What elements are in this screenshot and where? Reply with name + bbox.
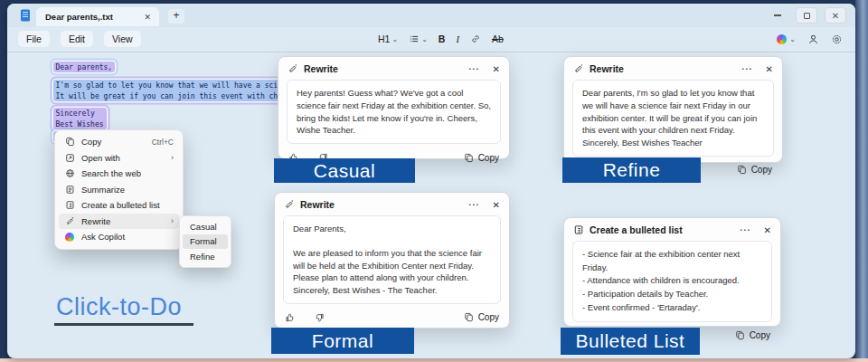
rewrite-pen-icon	[288, 63, 298, 74]
copilot-icon	[64, 233, 75, 242]
copy-icon	[735, 330, 745, 340]
chevron-down-icon: ⌄	[392, 35, 398, 43]
new-tab-button[interactable]: +	[168, 9, 184, 24]
chevron-right-icon: ›	[171, 216, 174, 225]
close-button[interactable]: ✕	[825, 7, 846, 24]
copy-button[interactable]: Copy	[464, 312, 499, 322]
formatting-toolbar: H1 ⌄ ⌄ B I Ab	[378, 31, 504, 47]
list-item: - Science fair at the exhibition center …	[582, 248, 762, 274]
copilot-dropdown[interactable]: ⌄	[777, 34, 796, 44]
bulleted-list-icon	[573, 224, 584, 235]
copy-icon	[464, 312, 474, 322]
notepad-app-icon	[20, 9, 31, 22]
copy-icon	[737, 165, 747, 175]
rewrite-result-text: Dear parents, I'm so glad to let you kno…	[572, 80, 774, 157]
close-icon: ✕	[832, 11, 839, 21]
settings-button[interactable]	[831, 33, 843, 45]
person-icon	[807, 33, 819, 45]
submenu-item-casual[interactable]: Casual	[183, 219, 228, 234]
link-icon	[470, 33, 481, 44]
more-options-icon[interactable]: ⋯	[468, 201, 479, 208]
heading-label: H1	[378, 33, 390, 44]
rewrite-pen-icon	[573, 63, 584, 74]
menu-item-bulleted-list[interactable]: Create a bulleted list	[59, 197, 179, 214]
copy-icon	[64, 137, 75, 147]
card-title: Rewrite	[590, 63, 624, 74]
open-with-icon	[64, 153, 75, 163]
maximize-icon	[804, 13, 810, 19]
frame-bottom-edge	[0, 358, 868, 362]
close-icon[interactable]: ✕	[766, 64, 773, 74]
titlebar: Dear parents,.txt ✕ + ✕	[7, 4, 855, 27]
menu-item-summarize[interactable]: Summarize	[59, 182, 179, 198]
tab-close-icon[interactable]: ✕	[141, 13, 154, 22]
submenu-item-formal[interactable]: Formal	[183, 234, 228, 250]
context-menu: Copy Ctrl+C Open with › Search the web S…	[54, 129, 184, 250]
heading-dropdown[interactable]: H1 ⌄	[378, 33, 398, 44]
copy-button[interactable]: Copy	[737, 165, 772, 175]
label-banner-casual: Casual	[274, 158, 415, 183]
rewrite-card-formal: Rewrite ⋯ ✕ Dear Parents, We are pleased…	[274, 192, 510, 329]
label-banner-refine: Refine	[562, 157, 701, 183]
thumbs-up-button[interactable]	[285, 312, 296, 323]
copy-icon	[464, 153, 474, 163]
document-tab[interactable]: Dear parents,.txt ✕	[36, 7, 159, 26]
label-banner-formal: Formal	[271, 328, 414, 354]
copilot-icon	[777, 34, 787, 44]
close-icon[interactable]: ✕	[493, 200, 500, 210]
more-options-icon[interactable]: ⋯	[468, 65, 479, 72]
screenshot-stage: Dear parents,.txt ✕ + ✕ File Edit View H…	[0, 0, 868, 362]
card-title: Rewrite	[304, 63, 338, 74]
more-options-icon[interactable]: ⋯	[741, 65, 752, 72]
thumbs-down-button[interactable]	[314, 312, 325, 323]
submenu-item-refine[interactable]: Refine	[183, 249, 228, 264]
italic-button[interactable]: I	[456, 34, 459, 44]
card-title: Create a bulleted list	[590, 224, 683, 235]
more-options-icon[interactable]: ⋯	[740, 226, 750, 233]
click-to-do-underline	[54, 323, 193, 326]
link-button[interactable]	[470, 33, 481, 44]
menu-item-copy[interactable]: Copy Ctrl+C	[59, 134, 179, 150]
rewrite-result-text: Dear Parents, We are pleased to inform y…	[283, 215, 501, 304]
account-button[interactable]	[807, 33, 819, 45]
chevron-down-icon: ⌄	[421, 35, 428, 43]
close-icon[interactable]: ✕	[493, 64, 500, 74]
shortcut-label: Ctrl+C	[152, 138, 174, 147]
copy-button[interactable]: Copy	[464, 153, 499, 163]
list-icon	[409, 33, 420, 44]
bulleted-list-card: Create a bulleted list ⋯ ✕ - Science fai…	[563, 217, 781, 327]
rewrite-card-refine: Rewrite ⋯ ✕ Dear parents, I'm so glad to…	[563, 56, 783, 163]
tab-title: Dear parents,.txt	[45, 12, 141, 22]
rewrite-pen-icon	[284, 199, 295, 210]
close-icon[interactable]: ✕	[764, 225, 771, 235]
menu-item-open-with[interactable]: Open with ›	[59, 150, 179, 167]
list-item: - Participation details by Teacher.	[582, 288, 762, 301]
minimize-button[interactable]	[767, 7, 788, 24]
menubar: File Edit View H1 ⌄ ⌄ B I Ab	[7, 27, 855, 52]
rewrite-pen-icon	[64, 216, 75, 226]
menu-view[interactable]: View	[104, 31, 141, 47]
chevron-right-icon: ›	[171, 153, 174, 162]
gear-icon	[831, 33, 843, 45]
globe-icon	[64, 168, 75, 178]
menu-item-ask-copilot[interactable]: Ask Copilot	[59, 229, 179, 245]
rewrite-result-text: Hey parents! Guess what? We've got a coo…	[287, 80, 501, 144]
bulleted-list-result: - Science fair at the exhibition center …	[572, 241, 772, 322]
menu-file[interactable]: File	[18, 31, 50, 47]
frame-right-edge	[855, 0, 868, 362]
maximize-button[interactable]	[796, 7, 817, 24]
list-dropdown[interactable]: ⌄	[409, 33, 428, 44]
menu-item-search-web[interactable]: Search the web	[59, 166, 179, 182]
body-paragraph: We are pleased to inform you that the sc…	[293, 247, 491, 297]
menu-edit[interactable]: Edit	[61, 31, 93, 47]
summarize-icon	[64, 185, 75, 195]
minimize-icon	[774, 14, 781, 16]
card-title: Rewrite	[300, 199, 335, 210]
bold-button[interactable]: B	[439, 33, 446, 44]
clear-formatting-button[interactable]: Ab	[492, 33, 504, 44]
list-item: - Attendance with children is encouraged…	[582, 274, 762, 288]
chevron-down-icon: ⌄	[789, 35, 796, 43]
label-banner-bulleted-list: Bulleted List	[561, 328, 700, 355]
copy-button[interactable]: Copy	[735, 330, 770, 340]
menu-item-rewrite[interactable]: Rewrite ›	[59, 214, 179, 230]
